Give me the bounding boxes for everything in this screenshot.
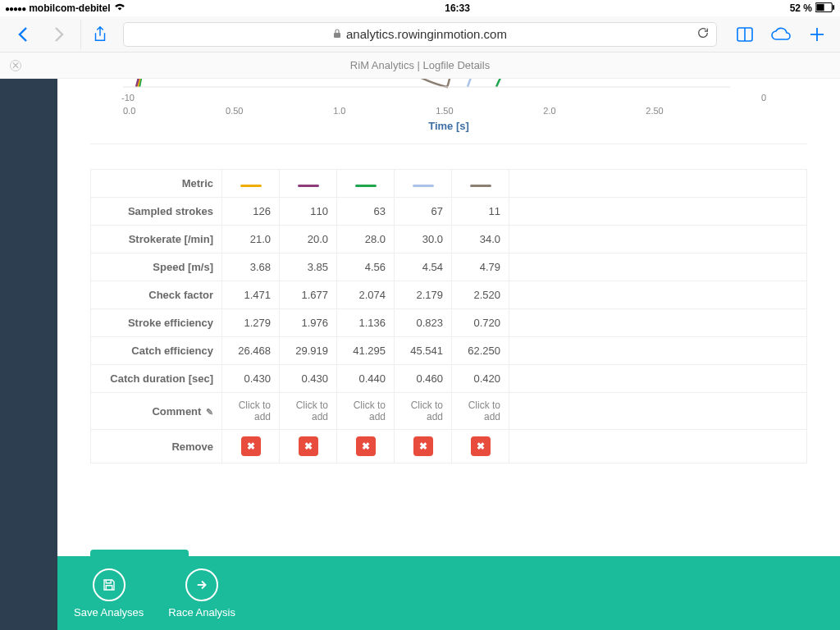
race-analysis-button[interactable]: Race Analysis: [168, 568, 235, 619]
table-row: Catch efficiency26.46829.91941.29545.541…: [91, 337, 807, 365]
svg-rect-2: [833, 5, 834, 10]
metric-name-cell: Catch duration [sec]: [91, 365, 222, 393]
page-title-bar: ✕ RiM Analytics | Logfile Details: [0, 52, 840, 79]
wifi-icon: [114, 2, 126, 16]
battery-label: 52 %: [790, 2, 812, 14]
metric-value-cell: 34.0: [452, 226, 509, 253]
metric-name-cell: Strokerate [/min]: [91, 226, 222, 253]
metric-value-cell: 26.468: [222, 337, 280, 365]
metric-value-cell: 4.56: [337, 253, 395, 281]
bottom-action-bar: Save Analyses Race Analysis: [57, 556, 840, 630]
metric-name-cell: Speed [m/s]: [91, 253, 222, 281]
app-sidebar: [0, 79, 57, 630]
metric-value-cell: 3.68: [222, 253, 280, 281]
browser-toolbar: analytics.rowinginmotion.com: [0, 16, 840, 52]
remove-cell: ✖: [452, 430, 509, 463]
metric-value-cell: 62.250: [452, 337, 509, 365]
new-tab-button[interactable]: [802, 20, 832, 49]
remove-button[interactable]: ✖: [356, 436, 376, 456]
remove-button[interactable]: ✖: [413, 436, 433, 456]
remove-button[interactable]: ✖: [241, 436, 261, 456]
metric-value-cell: 1.471: [222, 281, 280, 309]
chart-area: -10 0 0.0 0.50 1.0 1.50 2.0 2.50 x Time …: [90, 79, 807, 144]
table-row: Sampled strokes126110636711: [91, 198, 807, 226]
remove-button[interactable]: ✖: [471, 436, 491, 456]
metric-value-cell: 110: [280, 198, 337, 226]
metric-value-cell: 67: [395, 198, 452, 226]
metric-value-cell: 11: [452, 198, 509, 226]
remove-row: Remove✖✖✖✖✖: [91, 430, 807, 463]
remove-button[interactable]: ✖: [299, 436, 318, 456]
metric-name-cell: Sampled strokes: [91, 198, 222, 226]
series-header-3: [337, 170, 395, 198]
metric-value-cell: 0.430: [222, 365, 280, 393]
metrics-table: Metric Sampled strokes126110636711Stroke…: [90, 169, 807, 463]
bookmarks-button[interactable]: [730, 20, 760, 49]
app-content: -10 0 0.0 0.50 1.0 1.50 2.0 2.50 x Time …: [57, 79, 840, 630]
metric-value-cell: 63: [337, 198, 395, 226]
metric-value-cell: 1.976: [280, 309, 337, 337]
status-left: ●●●●● mobilcom-debitel: [5, 2, 126, 16]
table-row: Speed [m/s]3.683.854.564.544.79: [91, 253, 807, 281]
metric-value-cell: 2.520: [452, 281, 509, 309]
series-header-1: [222, 170, 280, 198]
metric-value-cell: 28.0: [337, 226, 395, 253]
save-analyses-button[interactable]: Save Analyses: [74, 568, 144, 619]
metric-value-cell: 4.54: [395, 253, 452, 281]
svg-rect-1: [816, 3, 824, 10]
battery-icon: [815, 2, 835, 15]
metric-value-cell: 0.720: [452, 309, 509, 337]
status-right: 52 %: [790, 2, 835, 15]
y-tick-left: -10: [121, 93, 135, 103]
metric-value-cell: 20.0: [280, 226, 337, 253]
close-icon[interactable]: ✕: [10, 60, 21, 71]
comment-cell[interactable]: Click to add: [395, 393, 452, 430]
table-row: Check factor1.4711.6772.0742.1792.520: [91, 281, 807, 309]
series-header-5: [452, 170, 509, 198]
save-label: Save Analyses: [74, 606, 144, 619]
metric-value-cell: 0.823: [395, 309, 452, 337]
remove-cell: ✖: [337, 430, 395, 463]
metric-name-cell: Check factor: [91, 281, 222, 309]
table-header-row: Metric: [91, 170, 807, 198]
page-title: RiM Analytics | Logfile Details: [350, 59, 490, 71]
metric-value-cell: 1.677: [280, 281, 337, 309]
metric-name-cell: Stroke efficiency: [91, 309, 222, 337]
forward-button[interactable]: [44, 20, 74, 49]
race-label: Race Analysis: [168, 606, 235, 619]
comment-label: Comment ✎: [91, 393, 222, 430]
metric-value-cell: 126: [222, 198, 280, 226]
x-axis-label: Time [s]: [428, 120, 469, 132]
table-row: Catch duration [sec]0.4300.4300.4400.460…: [91, 365, 807, 393]
metric-value-cell: 1.136: [337, 309, 395, 337]
metric-name-cell: Catch efficiency: [91, 337, 222, 365]
header-metric: Metric: [91, 170, 222, 198]
comment-cell[interactable]: Click to add: [280, 393, 337, 430]
metric-value-cell: 41.295: [337, 337, 395, 365]
reload-button[interactable]: [696, 26, 710, 42]
metric-value-cell: 0.420: [452, 365, 509, 393]
back-button[interactable]: [8, 20, 38, 49]
table-row: Strokerate [/min]21.020.028.030.034.0: [91, 226, 807, 253]
ios-status-bar: ●●●●● mobilcom-debitel 16:33 52 %: [0, 0, 840, 16]
metric-value-cell: 0.460: [395, 365, 452, 393]
carrier-label: mobilcom-debitel: [29, 2, 110, 14]
y-tick-right: 0: [761, 93, 766, 103]
address-bar[interactable]: analytics.rowinginmotion.com: [123, 22, 717, 47]
metric-value-cell: 21.0: [222, 226, 280, 253]
remove-cell: ✖: [222, 430, 280, 463]
share-button[interactable]: [80, 20, 110, 49]
x-ticks: 0.0 0.50 1.0 1.50 2.0 2.50 x: [123, 106, 758, 116]
comment-cell[interactable]: Click to add: [337, 393, 395, 430]
cloud-tabs-button[interactable]: [766, 20, 796, 49]
metric-value-cell: 4.79: [452, 253, 509, 281]
lock-icon: [333, 27, 341, 41]
comment-cell[interactable]: Click to add: [222, 393, 280, 430]
metric-value-cell: 2.074: [337, 281, 395, 309]
comment-row: Comment ✎Click to addClick to addClick t…: [91, 393, 807, 430]
metric-value-cell: 0.430: [280, 365, 337, 393]
svg-rect-3: [334, 33, 340, 38]
table-row: Stroke efficiency1.2791.9761.1360.8230.7…: [91, 309, 807, 337]
comment-cell[interactable]: Click to add: [452, 393, 509, 430]
metric-value-cell: 30.0: [395, 226, 452, 253]
